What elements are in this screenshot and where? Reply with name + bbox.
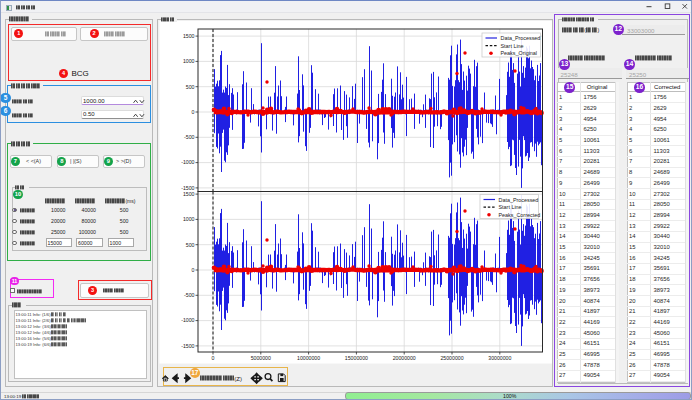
svg-text:5000000: 5000000	[251, 355, 271, 361]
svg-text:-1000: -1000	[181, 317, 194, 323]
svg-text:Peaks_Original: Peaks_Original	[501, 50, 538, 56]
svg-text:10000000: 10000000	[297, 355, 320, 361]
svg-text:20000000: 20000000	[393, 355, 416, 361]
svg-text:25000000: 25000000	[440, 355, 463, 361]
svg-text:Data_Processed: Data_Processed	[499, 197, 539, 203]
svg-text:15000000: 15000000	[345, 355, 368, 361]
svg-text:-1000: -1000	[181, 159, 194, 165]
svg-text:30000000: 30000000	[488, 355, 511, 361]
svg-text:Start Line: Start Line	[501, 43, 524, 49]
svg-text:1500: 1500	[183, 33, 195, 39]
svg-text:Data_Processed: Data_Processed	[501, 35, 541, 41]
svg-text:1000: 1000	[183, 58, 195, 64]
svg-text:0: 0	[192, 109, 195, 115]
svg-text:-1500: -1500	[181, 343, 194, 349]
svg-text:-1500: -1500	[181, 185, 194, 191]
svg-text:Peaks_Corrected: Peaks_Corrected	[499, 212, 541, 218]
svg-text:500: 500	[186, 84, 195, 90]
svg-text:0: 0	[192, 267, 195, 273]
svg-text:Start Line: Start Line	[499, 204, 522, 210]
svg-text:500: 500	[186, 242, 195, 248]
svg-text:1000: 1000	[183, 216, 195, 222]
svg-text:-500: -500	[184, 292, 194, 298]
svg-text:0: 0	[212, 355, 215, 361]
svg-text:1500: 1500	[183, 191, 195, 197]
svg-text:-500: -500	[184, 134, 194, 140]
